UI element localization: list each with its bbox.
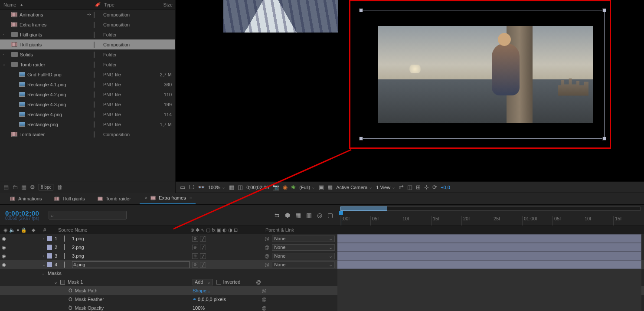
layer-name[interactable]: 2.png	[72, 245, 190, 250]
audio-icon[interactable]: 🔈	[9, 227, 15, 233]
transparency-grid-icon[interactable]: ▩	[327, 184, 333, 190]
label-color[interactable]	[94, 92, 95, 98]
expand-icon[interactable]: ⌄	[42, 272, 48, 275]
project-item[interactable]: Tomb raiderComposition	[0, 129, 175, 139]
timeline-icon[interactable]: ⊞	[416, 184, 421, 190]
pickwhip-icon[interactable]: @	[265, 236, 269, 241]
collapse-switch[interactable]: ╱	[200, 253, 206, 259]
time-navigator[interactable]	[340, 206, 641, 211]
resolution-dropdown[interactable]: (Full)⌄	[299, 184, 315, 190]
comp-mini-flow-icon[interactable]: ⇆	[275, 212, 280, 219]
transform-handle-tr[interactable]	[602, 8, 606, 12]
transform-handle-tl[interactable]	[359, 8, 363, 12]
views-dropdown[interactable]: 1 View⌄	[376, 184, 396, 190]
label-color[interactable]	[94, 131, 95, 137]
collapse-switch[interactable]: ╱	[200, 262, 206, 268]
settings-icon[interactable]: ⚙	[30, 184, 35, 190]
layer-search-input[interactable]: ⌕	[49, 211, 127, 219]
label-color[interactable]	[94, 111, 95, 118]
timeline-tab[interactable]: Animations	[6, 194, 45, 204]
link-icon[interactable]: ⚭	[193, 297, 196, 302]
new-comp-icon[interactable]: ▦	[21, 184, 26, 190]
project-columns-header[interactable]: Name▲ 🔖 Type Size	[0, 0, 175, 10]
label-color[interactable]	[94, 101, 95, 108]
guides-icon[interactable]: ◫	[238, 184, 243, 190]
label-color[interactable]	[94, 42, 95, 48]
expand-toggle[interactable]: ›	[3, 33, 7, 36]
label-color[interactable]	[47, 236, 52, 241]
close-tab-icon[interactable]: ×	[145, 195, 147, 200]
label-color[interactable]	[94, 62, 95, 68]
parent-dropdown[interactable]: None⌄	[272, 236, 335, 242]
graph-editor-icon[interactable]: ◎	[317, 212, 322, 219]
layer-switches[interactable]: ⊕╱	[190, 245, 261, 250]
color-mgmt-icon[interactable]: ❀	[291, 184, 296, 190]
roi-icon[interactable]: ▣	[319, 184, 324, 190]
layer-name[interactable]: 3.png	[72, 253, 190, 259]
transform-handle-br[interactable]	[602, 137, 606, 141]
camera-dropdown[interactable]: Active Camera⌄	[336, 184, 373, 190]
mask-name[interactable]: Mask 1	[68, 279, 83, 285]
pickwhip-icon[interactable]: @	[258, 297, 271, 302]
share-view-icon[interactable]: ⇄	[399, 184, 404, 190]
label-icon[interactable]: ◆	[32, 227, 35, 233]
label-color[interactable]	[94, 82, 95, 88]
col-size[interactable]: Size	[151, 2, 173, 7]
layer-switches[interactable]: ⊕╱	[190, 253, 261, 259]
shy-switch[interactable]: ⊕	[192, 253, 198, 259]
pickwhip-icon[interactable]: @	[256, 279, 261, 285]
layer-bar[interactable]	[337, 252, 641, 260]
layer-bar[interactable]	[337, 243, 641, 252]
av-features-icon[interactable]: ◉	[3, 227, 8, 233]
transform-handle-bl[interactable]	[359, 137, 363, 141]
interpret-footage-icon[interactable]: ▤	[3, 184, 9, 190]
col-name[interactable]: Name▲	[3, 2, 95, 7]
label-color[interactable]	[47, 253, 52, 259]
project-item[interactable]: Rectangle 4.3.pngPNG file199	[0, 99, 175, 109]
project-item[interactable]: ›SolidsFolder	[0, 49, 175, 59]
timeline-tab[interactable]: ×Extra frames≡	[140, 193, 196, 204]
shy-switch[interactable]: ⊕	[192, 262, 198, 268]
project-item[interactable]: Extra framesComposition	[0, 20, 175, 29]
screen-icon[interactable]: 🖵	[189, 184, 194, 190]
collapse-switch[interactable]: ╱	[200, 236, 206, 242]
col-type[interactable]: Type	[104, 2, 151, 7]
solo-icon[interactable]: ●	[16, 227, 20, 233]
expand-toggle[interactable]: ›	[41, 237, 47, 241]
label-color[interactable]	[94, 22, 95, 28]
mask-inverted-checkbox[interactable]: Inverted	[216, 279, 241, 285]
col-number[interactable]: #	[41, 227, 58, 232]
layer-bar[interactable]	[337, 260, 641, 269]
bpc-toggle[interactable]: 8 bpc	[39, 184, 53, 190]
pickwhip-icon[interactable]: @	[258, 288, 271, 293]
time-ruler[interactable]: :00f05f10f15f20f25f01:00f05f10f15f	[340, 216, 641, 226]
timeline-tab[interactable]: Tomb raider	[94, 194, 134, 204]
channels-icon[interactable]: ◉	[283, 184, 288, 190]
crop-icon[interactable]: ◫	[407, 184, 412, 190]
mask-mode-dropdown[interactable]: Add⌄	[193, 279, 213, 285]
frame-blend-icon[interactable]: ▦	[295, 212, 301, 219]
pickwhip-icon[interactable]: @	[265, 262, 269, 267]
collapse-switch[interactable]: ╱	[200, 245, 206, 250]
project-item[interactable]: Animations⊹Composition	[0, 10, 175, 20]
expand-toggle[interactable]: ›	[3, 52, 7, 56]
reset-exposure-icon[interactable]: ⟳	[432, 184, 437, 190]
parent-dropdown[interactable]: None⌄	[272, 244, 335, 251]
stopwatch-icon[interactable]: Ŏ	[69, 297, 72, 302]
playhead[interactable]	[341, 211, 341, 226]
timeline-tracks[interactable]	[337, 234, 641, 311]
magnify-icon[interactable]: ▭	[180, 184, 185, 190]
expand-toggle[interactable]: ›	[41, 254, 47, 258]
col-source-name[interactable]: Source Name	[58, 227, 190, 232]
shy-switch[interactable]: ⊕	[192, 236, 198, 242]
time-ruler-area[interactable]: :00f05f10f15f20f25f01:00f05f10f15f	[338, 205, 644, 226]
project-item[interactable]: Rectangle.pngPNG file1,7 M	[0, 119, 175, 129]
expand-toggle[interactable]: ⌄	[41, 263, 47, 267]
project-item[interactable]: ⌄Tomb raiderFolder	[0, 59, 175, 69]
pickwhip-icon[interactable]: @	[265, 253, 269, 259]
exposure-value[interactable]: +0,0	[441, 185, 450, 190]
label-color[interactable]	[94, 32, 95, 38]
expand-toggle[interactable]: ›	[41, 246, 47, 249]
parent-dropdown[interactable]: None⌄	[272, 253, 335, 259]
project-item[interactable]: Rectangle 4.1.pngPNG file360	[0, 79, 175, 89]
